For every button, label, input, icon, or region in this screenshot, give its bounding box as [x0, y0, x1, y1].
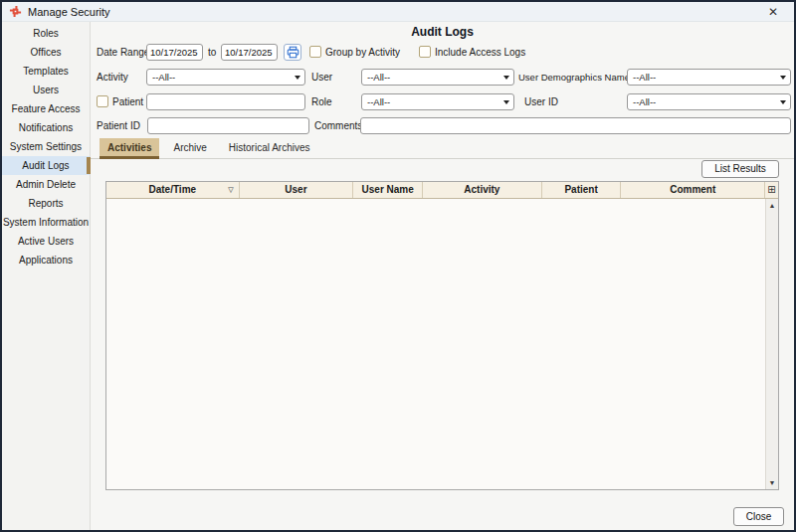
tab-activities[interactable]: Activities	[100, 138, 159, 159]
activity-select[interactable]: --All--	[146, 69, 305, 86]
dropdown-arrow-icon	[503, 76, 509, 80]
sidebar-item-system-information[interactable]: System Information	[2, 213, 90, 232]
role-label: Role	[311, 93, 332, 110]
include-access-logs-checkbox[interactable]	[419, 46, 431, 58]
user-id-select-value: --All--	[633, 96, 656, 107]
tab-historical-archives[interactable]: Historical Archives	[221, 138, 318, 159]
user-demographics-label: User Demographics Name	[518, 69, 630, 86]
column-header-user-name[interactable]: User Name	[353, 182, 423, 198]
date-range-label: Date Range	[97, 44, 149, 61]
vertical-scrollbar[interactable]: ▲ ▼	[765, 199, 778, 489]
tab-archive[interactable]: Archive	[165, 138, 214, 159]
patient-checkbox[interactable]	[97, 95, 108, 107]
column-header-activity[interactable]: Activity	[423, 182, 542, 198]
user-id-label: User ID	[524, 93, 558, 110]
date-from-input[interactable]	[146, 44, 203, 61]
sidebar-item-system-settings[interactable]: System Settings	[2, 137, 90, 156]
scroll-up-icon[interactable]: ▲	[766, 199, 778, 212]
sidebar-item-reports[interactable]: Reports	[2, 194, 90, 213]
date-to-label: to	[208, 44, 216, 61]
patient-id-label: Patient ID	[97, 117, 140, 134]
patient-input[interactable]	[146, 93, 305, 110]
group-by-activity-checkbox[interactable]	[309, 46, 321, 58]
titlebar: Manage Security ✕	[2, 2, 794, 22]
sidebar-item-applications[interactable]: Applications	[2, 251, 90, 269]
list-results-button[interactable]: List Results	[701, 160, 779, 178]
manage-security-app-icon	[9, 5, 22, 18]
activity-select-value: --All--	[152, 72, 175, 83]
comments-label: Comments	[314, 117, 362, 134]
table-body-empty	[106, 199, 765, 489]
dropdown-arrow-icon	[780, 100, 786, 104]
user-select-value: --All--	[367, 72, 390, 83]
activity-label: Activity	[97, 69, 128, 86]
sidebar-item-active-users[interactable]: Active Users	[2, 232, 90, 251]
sidebar-item-feature-access[interactable]: Feature Access	[2, 99, 90, 118]
column-header-user[interactable]: User	[240, 182, 354, 198]
window-close-icon[interactable]: ✕	[764, 4, 782, 20]
date-to-input[interactable]	[221, 44, 278, 61]
sidebar-item-audit-logs[interactable]: Audit Logs	[2, 156, 90, 175]
include-access-logs-label: Include Access Logs	[435, 44, 525, 61]
user-demographics-select[interactable]: --All--	[627, 69, 791, 86]
page-title: Audit Logs	[91, 25, 794, 39]
tabstrip: Activities Archive Historical Archives	[100, 138, 318, 159]
comments-input[interactable]	[360, 117, 791, 134]
sidebar-item-admin-delete[interactable]: Admin Delete	[2, 175, 90, 194]
dropdown-arrow-icon	[503, 100, 509, 104]
audit-logs-panel: Audit Logs Date Range to Group by Activi…	[91, 22, 794, 530]
dropdown-arrow-icon	[295, 76, 300, 80]
table-header-row: Date/Time ▽ User User Name Activity Pati…	[106, 182, 778, 199]
sort-indicator-icon[interactable]: ▽	[228, 182, 233, 198]
dropdown-arrow-icon	[780, 76, 786, 80]
sidebar-item-roles[interactable]: Roles	[2, 24, 90, 43]
print-button[interactable]	[284, 44, 301, 61]
close-button[interactable]: Close	[733, 507, 784, 526]
scroll-down-icon[interactable]: ▼	[766, 476, 778, 489]
column-header-patient[interactable]: Patient	[542, 182, 622, 198]
sidebar-item-templates[interactable]: Templates	[2, 62, 90, 81]
column-chooser-icon[interactable]: ⊞	[764, 182, 778, 198]
group-by-activity-label: Group by Activity	[325, 44, 400, 61]
audit-log-table: Date/Time ▽ User User Name Activity Pati…	[105, 181, 779, 490]
user-select[interactable]: --All--	[361, 69, 514, 86]
sidebar: Roles Offices Templates Users Feature Ac…	[2, 22, 91, 530]
sidebar-item-users[interactable]: Users	[2, 81, 90, 99]
window-title: Manage Security	[28, 6, 110, 18]
role-select[interactable]: --All--	[361, 93, 514, 110]
printer-icon	[287, 46, 299, 59]
patient-id-input[interactable]	[147, 117, 309, 134]
user-demographics-select-value: --All--	[633, 72, 656, 83]
role-select-value: --All--	[367, 96, 390, 107]
user-id-select[interactable]: --All--	[627, 93, 791, 110]
sidebar-item-offices[interactable]: Offices	[2, 43, 90, 62]
patient-label: Patient	[112, 93, 143, 110]
user-label: User	[311, 69, 332, 86]
column-header-date-time[interactable]: Date/Time ▽	[106, 182, 240, 198]
sidebar-item-notifications[interactable]: Notifications	[2, 118, 90, 137]
manage-security-window: Manage Security ✕ Roles Offices Template…	[0, 0, 796, 532]
column-header-comment[interactable]: Comment	[621, 182, 764, 198]
